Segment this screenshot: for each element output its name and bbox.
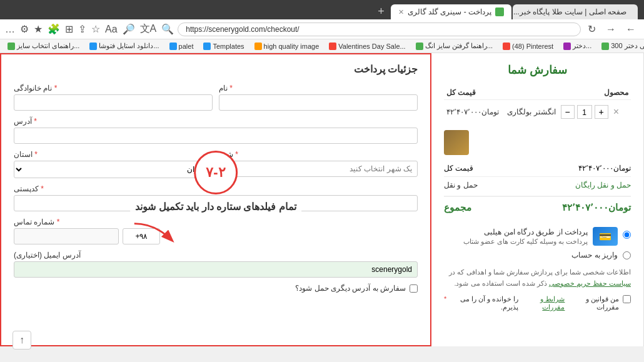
qty-plus-button[interactable]: + [595, 105, 608, 119]
address-row: * آدرس [14, 117, 418, 144]
bm-favicon-2 [89, 43, 97, 50]
address-group: * آدرس [14, 117, 418, 144]
share-icon[interactable]: ⇪ [78, 23, 86, 35]
tab-label-home: صفحه اصلی | سایت طلا پایگاه خبر... [513, 8, 626, 16]
name-input[interactable] [219, 94, 418, 111]
bm-label-9: دختر... [573, 42, 591, 50]
tab-close-checkout[interactable]: ✕ [398, 8, 404, 16]
address-label-text: آدرس [14, 117, 32, 126]
email-input[interactable] [14, 261, 418, 278]
col-product: محصول [505, 86, 631, 100]
terms-required: * [444, 295, 446, 303]
search-icon[interactable]: 🔍 [161, 23, 174, 35]
extensions-icon[interactable]: 🧩 [48, 23, 60, 35]
payment-label-1: پرداخت از طریق درگاه امن هیلبی [463, 227, 588, 238]
bm-label-4: Templates [213, 43, 244, 50]
lastname-input[interactable] [14, 94, 213, 111]
bm-label-6: Valentines Day Sale... [338, 43, 405, 50]
ship-diff-checkbox[interactable] [410, 284, 418, 293]
bm-favicon-9 [563, 43, 571, 50]
translate-icon[interactable]: 文A [140, 23, 157, 36]
qty-minus-button[interactable]: − [561, 105, 575, 119]
bookmark-6[interactable]: Valentines Day Sale... [326, 42, 408, 51]
menu-icon[interactable]: … [5, 24, 15, 35]
privacy-text-2: ذکر شده است استفاده می شود. [454, 279, 546, 287]
bookmark-7[interactable]: راهنما گرفتن سایز انگ... [413, 41, 495, 51]
tab-home[interactable]: صفحه اصلی | سایت طلا پایگاه خبر... ✕ [513, 4, 638, 19]
tab-checkout[interactable]: پرداخت - سینری گلد گالری ✕ [391, 4, 511, 19]
new-tab-button[interactable]: + [373, 4, 390, 19]
bm-label-2: دانلود استایل فتوشا... [99, 42, 159, 50]
order-table: محصول قیمت کل انگشتر بولگاری − 1 + [444, 86, 631, 124]
bm-label-7: راهنما گرفتن سایز انگ... [425, 42, 493, 50]
remove-item-button[interactable]: × [613, 106, 619, 118]
order-title: سفارش شما [444, 63, 631, 77]
payment-option-1: 💳 پرداخت از طریق درگاه امن هیلبی پرداخت … [444, 227, 631, 246]
payment-radio-2[interactable] [623, 251, 631, 259]
bookmark-8[interactable]: (48) Pinterest [500, 42, 556, 51]
bookmark-4[interactable]: Templates [201, 42, 246, 51]
bookmark-3[interactable]: palet [167, 42, 196, 51]
qty-number: 1 [577, 105, 592, 119]
address-label: * آدرس [14, 117, 38, 126]
subtotal-label: قیمت کل [444, 164, 473, 173]
postal-label-text: کدپستی [14, 184, 39, 193]
tab-favicon-checkout [495, 8, 504, 16]
address-bar[interactable] [178, 23, 581, 36]
terms-suffix: را خوانده و آن را می پذیرم. [450, 295, 518, 311]
subtotal-row: ۴۲٬۴۰۷٬۰۰۰تومان قیمت کل [444, 160, 631, 177]
tooltip-circle: ۷-۲ [194, 151, 238, 194]
terms-prefix: من قوانین و مقررات [568, 295, 619, 311]
payment-title: جزئیات پرداخت [14, 63, 418, 75]
table-row: انگشتر بولگاری − 1 + × ۴۲٬۴۰۷٬۰۰۰تومان [444, 100, 631, 124]
browser-toolbar: ← → ↻ 🔍 文A 🔎 Aa ☆ ⇪ ⊞ 🧩 ★ ⚙ … [0, 19, 644, 39]
address-input[interactable] [14, 128, 418, 144]
tooltip-message: تمام فیلدهای ستاره دار باید تکمیل شوند [130, 199, 301, 214]
bookmark-1[interactable]: راهنمای انتخاب سایز... [5, 41, 82, 51]
product-image [444, 130, 469, 155]
terms-checkbox[interactable] [623, 295, 631, 303]
privacy-text: اطلاعات شخصی شما برای پردازش سفارش شما و… [444, 267, 631, 289]
tooltip-number: ۷-۲ [206, 164, 225, 181]
bookmark-10[interactable]: 300 اسم خارجی دختر... [599, 41, 644, 51]
email-group: آدرس ایمیل (اختیاری) [14, 251, 418, 278]
zoom-icon[interactable]: 🔎 [123, 23, 135, 35]
reader-icon[interactable]: Aa [105, 24, 118, 35]
phone-label: * شماره تماس [14, 218, 61, 226]
bookmark-2[interactable]: دانلود استایل فتوشا... [87, 41, 161, 51]
privacy-link[interactable]: سیاست حفظ حریم خصوصی [549, 279, 631, 287]
product-name: انگشتر بولگاری [507, 108, 555, 116]
refresh-button[interactable]: ↻ [585, 22, 599, 36]
bm-favicon-7 [416, 43, 423, 50]
favorites-icon[interactable]: ★ [34, 23, 43, 35]
ship-diff-row: سفارش به آدرس دیگری حمل شود؟ [14, 284, 418, 293]
name-label-text: نام [219, 84, 228, 93]
bm-favicon-6 [329, 43, 336, 50]
back-button[interactable]: ← [623, 23, 639, 36]
tab-grid-icon[interactable]: ⊞ [65, 23, 73, 35]
payment-methods: 💳 پرداخت از طریق درگاه امن هیلبی پرداخت … [444, 227, 631, 259]
phone-label-text: شماره تماس [14, 218, 54, 226]
toolbar-icons: 🔍 文A 🔎 Aa ☆ ⇪ ⊞ 🧩 ★ ⚙ … [5, 23, 174, 36]
bm-label-5: high quality image [264, 43, 319, 50]
email-label: آدرس ایمیل (اختیاری) [14, 251, 81, 259]
page-content: سفارش شما محصول قیمت کل انگشتر بولگاری − [0, 53, 644, 346]
bm-favicon-5 [254, 43, 262, 50]
forward-button[interactable]: → [603, 23, 619, 36]
scroll-top-button[interactable]: ↑ [13, 331, 31, 346]
ship-diff-label: سفارش به آدرس دیگری حمل شود؟ [295, 284, 406, 293]
bookmark-5[interactable]: high quality image [252, 42, 322, 51]
bookmark-star-icon[interactable]: ☆ [91, 23, 100, 35]
browser-chrome: صفحه اصلی | سایت طلا پایگاه خبر... ✕ پرد… [0, 0, 644, 19]
settings-icon[interactable]: ⚙ [20, 23, 29, 35]
phone-number-input[interactable] [14, 228, 119, 244]
payment-radio-1[interactable] [623, 231, 631, 239]
bookmark-9[interactable]: دختر... [561, 41, 594, 51]
bm-label-10: 300 اسم خارجی دختر... [611, 42, 644, 50]
browser-tabs: صفحه اصلی | سایت طلا پایگاه خبر... ✕ پرد… [6, 4, 638, 19]
total-value: ۴۲٬۴۰۷٬۰۰۰تومان [562, 202, 631, 213]
name-row: * نام * نام خانوادگی [14, 84, 418, 111]
bookmarks-bar: راهنمای انتخاب سایز... دانلود استایل فتو… [0, 39, 644, 53]
email-label-text: آدرس ایمیل (اختیاری) [14, 251, 81, 259]
terms-link[interactable]: شرایط و مقررات [522, 295, 565, 311]
